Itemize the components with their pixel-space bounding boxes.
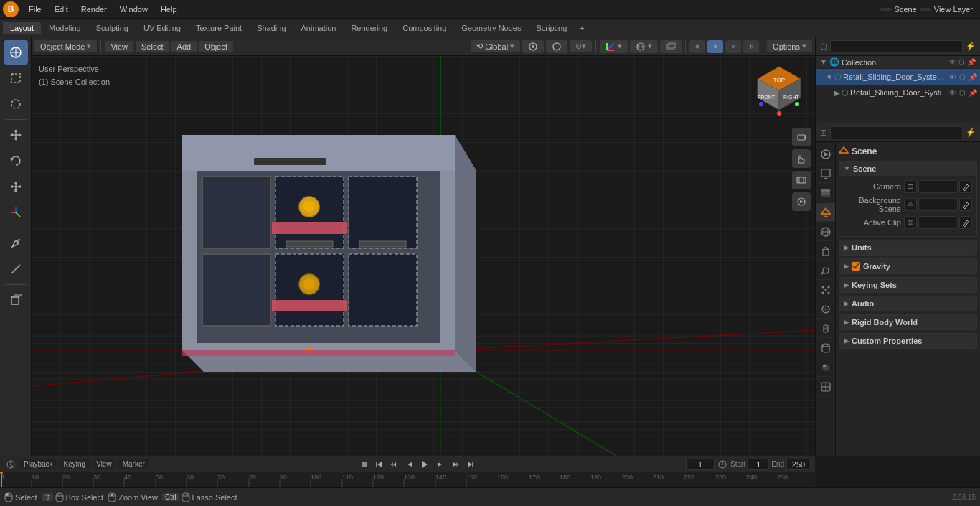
cursor-tool[interactable] bbox=[4, 40, 28, 65]
annotate-tool[interactable] bbox=[4, 231, 28, 256]
tab-modeling[interactable]: Modeling bbox=[42, 22, 88, 34]
keying-label[interactable]: Keying bbox=[60, 459, 90, 469]
menu-window[interactable]: Window bbox=[114, 4, 154, 15]
3d-viewport[interactable]: Object Mode ▾ View Select Add Object bbox=[32, 37, 815, 456]
next-keyframe-btn[interactable] bbox=[448, 458, 461, 471]
tab-sculpting[interactable]: Sculpting bbox=[89, 22, 136, 34]
tab-layout[interactable]: Layout bbox=[3, 22, 41, 34]
current-frame-field[interactable]: 1 bbox=[686, 459, 715, 470]
select-circle-tool[interactable] bbox=[4, 92, 28, 116]
record-btn[interactable] bbox=[358, 458, 371, 471]
background-scene-field[interactable] bbox=[918, 198, 958, 211]
prop-tab-output[interactable] bbox=[816, 164, 835, 183]
end-frame-field[interactable]: 250 bbox=[786, 459, 811, 470]
bg-scene-icon[interactable] bbox=[904, 198, 917, 211]
add-cube-tool[interactable] bbox=[4, 288, 28, 312]
start-frame-field[interactable]: 1 bbox=[748, 459, 769, 470]
jump-end-btn[interactable] bbox=[463, 458, 476, 471]
menu-file[interactable]: File bbox=[23, 4, 47, 15]
camera-view-btn[interactable] bbox=[792, 128, 811, 146]
prop-tab-modifier[interactable] bbox=[816, 261, 835, 280]
xray-toggle[interactable] bbox=[660, 40, 682, 53]
material-shading[interactable] bbox=[725, 40, 741, 53]
properties-filter-icon[interactable]: ⚡ bbox=[966, 128, 976, 137]
viewport-view-menu[interactable]: View bbox=[105, 41, 133, 52]
hand-tool-btn[interactable] bbox=[792, 149, 811, 168]
object-mode-selector[interactable]: Object Mode ▾ bbox=[34, 40, 97, 52]
prop-tab-object[interactable] bbox=[816, 242, 835, 261]
prop-tab-particles[interactable] bbox=[816, 281, 835, 299]
snap-toggle[interactable] bbox=[522, 40, 544, 53]
camera-value-field[interactable] bbox=[918, 180, 958, 193]
marker-label[interactable]: Marker bbox=[118, 459, 149, 469]
timeline-ruler[interactable]: 1 10 20 30 40 50 60 70 80 90 100 110 120… bbox=[0, 472, 815, 487]
viewport-select-menu[interactable]: Select bbox=[136, 41, 169, 52]
add-workspace-tab[interactable]: + bbox=[575, 21, 589, 35]
tab-geometry-nodes[interactable]: Geometry Nodes bbox=[454, 22, 528, 34]
tab-rendering[interactable]: Rendering bbox=[344, 22, 395, 34]
tab-uv-editing[interactable]: UV Editing bbox=[136, 22, 188, 34]
transform-tool[interactable] bbox=[4, 200, 28, 225]
scene-selector[interactable] bbox=[880, 8, 892, 11]
rigid-body-world-header[interactable]: ▶ Rigid Body World bbox=[839, 315, 976, 329]
prev-frame-btn[interactable] bbox=[403, 458, 416, 471]
select-box-tool[interactable] bbox=[4, 66, 28, 90]
prev-keyframe-btn[interactable] bbox=[388, 458, 401, 471]
scale-tool[interactable] bbox=[4, 174, 28, 199]
navigation-cube[interactable]: TOP FRONT RIGHT bbox=[750, 63, 808, 121]
show-overlay[interactable]: ▾ bbox=[630, 40, 658, 53]
properties-search[interactable] bbox=[830, 126, 963, 139]
audio-section-header[interactable]: ▶ Audio bbox=[839, 296, 976, 311]
play-btn[interactable] bbox=[418, 458, 431, 471]
measure-tool[interactable] bbox=[4, 257, 28, 281]
active-clip-edit-btn[interactable] bbox=[959, 216, 972, 229]
outliner-item-1[interactable]: ▶ ⬡ Retail_Sliding_Door_Systi 👁 ⬡ 📌 bbox=[816, 85, 980, 100]
timeline-icon[interactable] bbox=[4, 458, 17, 471]
rotate-tool[interactable] bbox=[4, 149, 28, 173]
render-properties-btn[interactable] bbox=[792, 192, 811, 211]
scene-section-header[interactable]: ▼ Scene bbox=[839, 161, 976, 176]
rendered-shading[interactable] bbox=[743, 40, 759, 53]
proportional-type[interactable]: ⊙▾ bbox=[570, 40, 592, 52]
tab-animation[interactable]: Animation bbox=[294, 22, 344, 34]
show-gizmo[interactable]: ▾ bbox=[600, 40, 628, 53]
viewport-object-menu[interactable]: Object bbox=[199, 41, 233, 52]
tab-compositing[interactable]: Compositing bbox=[395, 22, 453, 34]
camera-color[interactable] bbox=[904, 180, 917, 193]
active-clip-field[interactable] bbox=[918, 216, 958, 229]
prop-tab-view-layer[interactable] bbox=[816, 184, 835, 202]
menu-render[interactable]: Render bbox=[75, 4, 113, 15]
menu-edit[interactable]: Edit bbox=[49, 4, 74, 15]
wireframe-shading[interactable] bbox=[689, 40, 705, 53]
gravity-checkbox[interactable] bbox=[852, 262, 860, 271]
custom-properties-header[interactable]: ▶ Custom Properties bbox=[839, 334, 976, 348]
view-layer-selector[interactable] bbox=[920, 8, 931, 11]
view-label[interactable]: View bbox=[92, 459, 116, 469]
next-frame-btn[interactable] bbox=[433, 458, 446, 471]
prop-tab-data[interactable] bbox=[816, 339, 835, 357]
prop-tab-physics[interactable] bbox=[816, 300, 835, 319]
keying-sets-header[interactable]: ▶ Keying Sets bbox=[839, 278, 976, 292]
prop-tab-shader[interactable] bbox=[816, 378, 835, 396]
prop-tab-render[interactable] bbox=[816, 145, 835, 164]
movie-clip-btn[interactable] bbox=[792, 171, 811, 189]
units-section-header[interactable]: ▶ Units bbox=[839, 240, 976, 255]
options-menu[interactable]: Options ▾ bbox=[767, 40, 812, 52]
prop-tab-material[interactable] bbox=[816, 358, 835, 377]
prop-tab-scene[interactable] bbox=[816, 203, 835, 222]
jump-start-btn[interactable] bbox=[373, 458, 386, 471]
gravity-section-header[interactable]: ▶ Gravity bbox=[839, 259, 976, 273]
playback-label[interactable]: Playback bbox=[19, 459, 57, 469]
menu-help[interactable]: Help bbox=[155, 4, 183, 15]
outliner-item-0[interactable]: ▼ ⬡ Retail_Sliding_Door_System_ 👁 ⬡ 📌 bbox=[816, 69, 980, 85]
viewport-canvas[interactable]: User Perspective (1) Scene Collection TO… bbox=[32, 56, 815, 456]
tab-shading[interactable]: Shading bbox=[250, 22, 293, 34]
active-clip-icon[interactable] bbox=[904, 216, 917, 229]
solid-shading[interactable] bbox=[707, 40, 723, 53]
tab-texture-paint[interactable]: Texture Paint bbox=[189, 22, 249, 34]
transform-global-selector[interactable]: ⟲ Global ▾ bbox=[471, 40, 520, 52]
tab-scripting[interactable]: Scripting bbox=[529, 22, 574, 34]
outliner-filter-icon[interactable]: ⚡ bbox=[966, 42, 976, 51]
move-tool[interactable] bbox=[4, 123, 28, 147]
viewport-add-menu[interactable]: Add bbox=[171, 41, 197, 52]
